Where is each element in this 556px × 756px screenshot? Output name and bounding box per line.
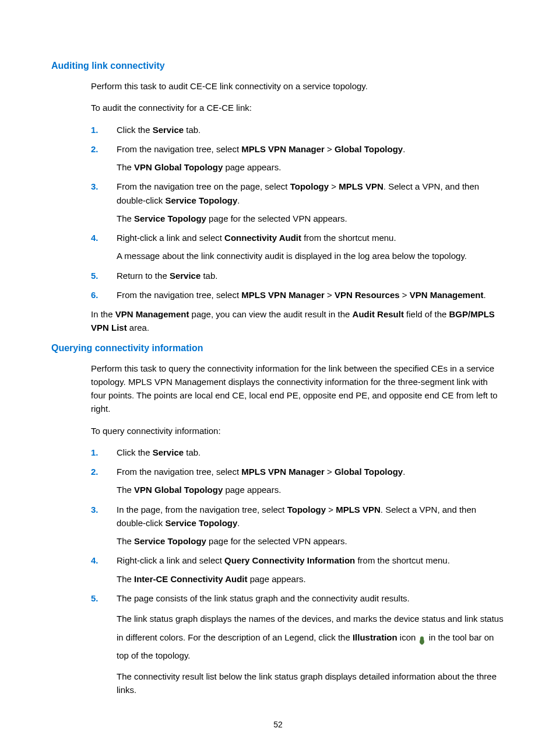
- bold: MPLS VPN Manager: [241, 144, 325, 154]
- list-item: 5. The page consists of the link status …: [91, 592, 505, 696]
- text: page appears.: [247, 574, 305, 584]
- bold: Global Topology: [335, 144, 403, 154]
- step-number: 5.: [91, 269, 98, 282]
- text: The: [117, 536, 134, 546]
- sub-paragraph: The Service Topology page for the select…: [117, 534, 505, 548]
- page-number: 52: [0, 720, 556, 729]
- step-number: 3.: [91, 503, 98, 516]
- step-number: 6.: [91, 288, 98, 302]
- bold: Service: [153, 447, 184, 457]
- text: from the shortcut menu.: [301, 233, 396, 243]
- bold: VPN Management: [410, 290, 484, 300]
- text: >: [325, 144, 335, 154]
- bold: Connectivity Audit: [224, 233, 301, 243]
- bold: Inter-CE Connectivity Audit: [134, 574, 247, 584]
- step-number: 5.: [91, 592, 98, 605]
- text: >: [326, 505, 336, 514]
- heading-querying-connectivity-information: Querying connectivity information: [51, 343, 505, 354]
- text: The: [117, 485, 134, 495]
- sub-paragraph: The link status graph displays the names…: [117, 610, 505, 665]
- bold: Service Topology: [165, 518, 237, 528]
- list-item: 1. Click the Service tab.: [91, 123, 505, 136]
- step-number: 2.: [91, 465, 98, 478]
- text: .: [403, 467, 405, 477]
- sub-paragraph: The VPN Global Topology page appears.: [117, 160, 505, 174]
- bold: Illustration: [353, 632, 397, 642]
- list-item: 3. In the page, from the navigation tree…: [91, 503, 505, 548]
- text: Click the: [117, 125, 153, 135]
- list-item: 4. Right-click a link and select Connect…: [91, 231, 505, 263]
- text: .: [237, 195, 240, 205]
- bold: Service Topology: [134, 536, 206, 546]
- sub-paragraph: The VPN Global Topology page appears.: [117, 483, 505, 496]
- text: .: [483, 290, 485, 300]
- list-item: 6. From the navigation tree, select MPLS…: [91, 288, 505, 302]
- text: tab.: [184, 447, 200, 457]
- sub-paragraph: The connectivity result list below the l…: [117, 670, 505, 697]
- text: Right-click a link and select: [117, 233, 224, 243]
- text: .: [237, 518, 240, 528]
- text: page appears.: [223, 162, 281, 172]
- list-item: 5. Return to the Service tab.: [91, 269, 505, 282]
- bold: Global Topology: [335, 467, 403, 477]
- bold: MPLS VPN Manager: [241, 467, 325, 477]
- step-number: 4.: [91, 554, 98, 567]
- bold: Service: [170, 271, 200, 281]
- text: page, you can view the audit result in t…: [189, 309, 352, 319]
- text: In the page, from the navigation tree, s…: [117, 505, 287, 514]
- sub-paragraph: The Inter-CE Connectivity Audit page app…: [117, 572, 505, 586]
- step-number: 2.: [91, 142, 98, 156]
- step-number: 4.: [91, 231, 98, 244]
- text: page for the selected VPN appears.: [206, 214, 347, 223]
- text: Return to the: [117, 271, 170, 281]
- text: >: [329, 181, 339, 191]
- paragraph: To audit the connectivity for a CE-CE li…: [91, 101, 505, 114]
- text: The: [117, 574, 134, 584]
- paragraph: Perform this task to query the connectiv…: [91, 362, 505, 416]
- paragraph: Perform this task to audit CE-CE link co…: [91, 79, 505, 93]
- text: Right-click a link and select: [117, 555, 224, 565]
- bold: MPLS VPN Manager: [241, 290, 325, 300]
- bold: VPN Global Topology: [134, 485, 223, 495]
- text: >: [325, 467, 335, 477]
- text: From the navigation tree, select: [117, 467, 241, 477]
- ordered-list: 1. Click the Service tab. 2. From the na…: [91, 123, 505, 302]
- ordered-list: 1. Click the Service tab. 2. From the na…: [91, 446, 505, 696]
- bold: VPN Management: [115, 309, 189, 319]
- list-item: 1. Click the Service tab.: [91, 446, 505, 459]
- page: Auditing link connectivity Perform this …: [0, 0, 556, 756]
- text: field of the: [404, 309, 449, 319]
- bold: Service: [153, 125, 184, 135]
- step-number: 3.: [91, 180, 98, 193]
- text: Click the: [117, 447, 153, 457]
- bold: VPN Global Topology: [134, 162, 223, 172]
- list-item: 3. From the navigation tree on the page,…: [91, 180, 505, 225]
- bold: Audit Result: [353, 309, 404, 319]
- illustration-icon: [418, 633, 426, 642]
- text: >: [400, 290, 410, 300]
- text: .: [403, 144, 405, 154]
- bold: VPN Resources: [335, 290, 400, 300]
- text: From the navigation tree on the page, se…: [117, 181, 290, 191]
- bold: Service Topology: [134, 214, 206, 223]
- heading-auditing-link-connectivity: Auditing link connectivity: [51, 61, 505, 71]
- text: The: [117, 214, 134, 223]
- bold: Service Topology: [165, 195, 237, 205]
- text: tab.: [200, 271, 217, 281]
- bold: Topology: [287, 505, 326, 514]
- text: The page consists of the link status gra…: [117, 593, 410, 603]
- step-number: 1.: [91, 123, 98, 136]
- text: from the shortcut menu.: [355, 555, 450, 565]
- text: From the navigation tree, select: [117, 290, 241, 300]
- list-item: 4. Right-click a link and select Query C…: [91, 554, 505, 586]
- text: >: [325, 290, 335, 300]
- text: From the navigation tree, select: [117, 144, 241, 154]
- bold: Query Connectivity Information: [224, 555, 355, 565]
- paragraph: In the VPN Management page, you can view…: [91, 307, 505, 335]
- text: area.: [127, 323, 149, 332]
- text: page appears.: [223, 485, 281, 495]
- sub-paragraph: A message about the link connectivity au…: [117, 249, 505, 262]
- sub-paragraph: The Service Topology page for the select…: [117, 212, 505, 225]
- bold: Topology: [290, 181, 329, 191]
- text: page for the selected VPN appears.: [206, 536, 347, 546]
